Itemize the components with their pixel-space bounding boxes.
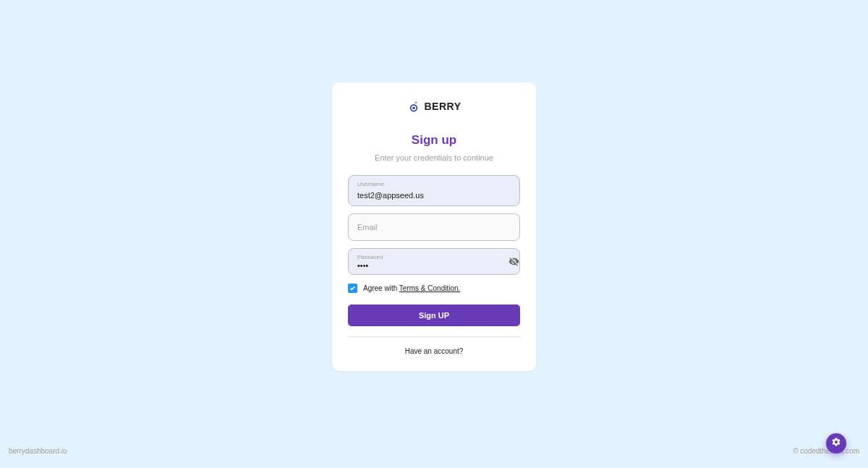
logo-text: BERRY bbox=[425, 101, 461, 112]
password-input[interactable]: •••• bbox=[357, 261, 500, 270]
logo-section: BERRY bbox=[348, 100, 520, 113]
agree-row: Agree with Terms & Condition. bbox=[348, 284, 520, 293]
settings-fab-button[interactable] bbox=[826, 433, 846, 454]
username-input[interactable] bbox=[357, 191, 511, 200]
username-label: Username bbox=[357, 182, 511, 187]
gear-icon bbox=[831, 437, 841, 450]
username-field-wrapper[interactable]: Username bbox=[348, 175, 520, 206]
password-field-wrapper[interactable]: Password •••• bbox=[348, 248, 520, 275]
footer-right-text: © codedthemes.com bbox=[793, 447, 859, 455]
agree-prefix: Agree with bbox=[363, 284, 399, 292]
email-input[interactable] bbox=[349, 214, 519, 240]
signup-button[interactable]: Sign UP bbox=[348, 305, 520, 326]
agree-text: Agree with Terms & Condition. bbox=[363, 284, 460, 292]
footer-left-link[interactable]: berrydashboard.io bbox=[9, 447, 67, 455]
have-account-link[interactable]: Have an account? bbox=[348, 347, 520, 355]
password-label: Password bbox=[357, 255, 500, 260]
divider bbox=[348, 336, 520, 337]
signup-card: BERRY Sign up Enter your credentials to … bbox=[332, 82, 536, 371]
agree-checkbox[interactable] bbox=[348, 284, 357, 293]
page-container: BERRY Sign up Enter your credentials to … bbox=[0, 0, 868, 468]
visibility-off-icon[interactable] bbox=[509, 256, 519, 267]
page-title: Sign up bbox=[348, 133, 520, 148]
email-field-wrapper[interactable] bbox=[348, 213, 520, 241]
page-subtitle: Enter your credentials to continue bbox=[348, 153, 520, 162]
terms-link[interactable]: Terms & Condition. bbox=[399, 284, 460, 292]
berry-logo-icon bbox=[407, 100, 420, 113]
svg-point-2 bbox=[412, 106, 415, 109]
